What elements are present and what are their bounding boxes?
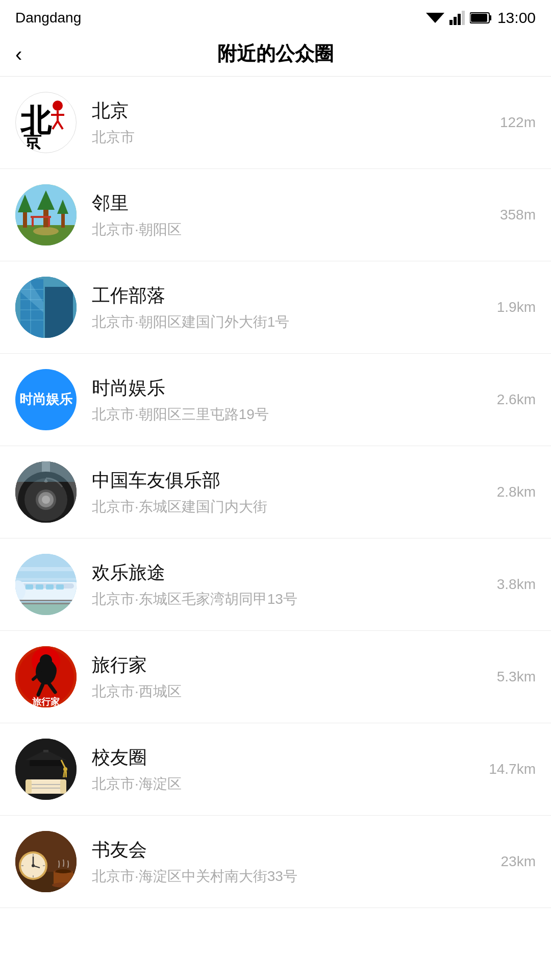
item-info: 时尚娱乐 北京市·朝阳区三里屯路19号: [77, 376, 485, 424]
item-distance: 5.3km: [485, 669, 536, 685]
svg-rect-52: [36, 584, 43, 590]
avatar: [15, 831, 77, 892]
item-info: 中国车友俱乐部 北京市·东城区建国门内大街: [77, 468, 485, 517]
item-name: 校友圈: [92, 745, 485, 770]
status-icons: 13:00: [426, 9, 536, 27]
svg-point-73: [63, 767, 67, 771]
svg-point-88: [32, 864, 35, 867]
item-info: 旅行家 北京市·西城区: [77, 653, 485, 701]
svg-rect-78: [26, 779, 32, 794]
carrier-label: Dangdang: [15, 10, 81, 26]
item-name: 中国车友俱乐部: [92, 468, 485, 493]
traveler-icon: 旅行家: [15, 646, 77, 707]
svg-point-63: [47, 664, 57, 678]
list-item[interactable]: 中国车友俱乐部 北京市·东城区建国门内大街 2.8km: [0, 446, 551, 538]
item-distance: 2.6km: [485, 391, 536, 408]
svg-rect-1: [449, 20, 453, 25]
item-distance: 358m: [485, 207, 536, 223]
svg-point-42: [42, 496, 50, 504]
avatar: [15, 739, 77, 800]
item-distance: 122m: [485, 114, 536, 131]
item-info: 邻里 北京市·朝阳区: [77, 191, 485, 239]
svg-rect-21: [61, 212, 65, 228]
status-bar: Dangdang 13:00: [0, 0, 551, 32]
svg-point-95: [56, 869, 71, 873]
svg-rect-71: [43, 750, 48, 752]
train-icon: [15, 554, 77, 615]
svg-line-76: [65, 771, 65, 777]
building-icon: [15, 277, 77, 338]
item-location: 北京市·海淀区: [92, 774, 485, 794]
header: ‹ 附近的公众圈: [0, 32, 551, 77]
avatar: 旅行家: [15, 646, 77, 707]
svg-rect-3: [458, 14, 461, 25]
item-name: 旅行家: [92, 653, 485, 678]
svg-text:京: 京: [23, 131, 42, 151]
books-icon: [15, 831, 77, 892]
battery-icon: [470, 12, 492, 24]
svg-marker-0: [426, 13, 444, 23]
list-item[interactable]: 书友会 北京市·海淀区中关村南大街33号 23km: [0, 816, 551, 908]
svg-rect-6: [489, 15, 491, 20]
svg-rect-26: [48, 217, 50, 227]
svg-rect-57: [15, 603, 77, 604]
svg-point-23: [33, 227, 59, 235]
item-name: 邻里: [92, 191, 485, 216]
item-name: 时尚娱乐: [92, 376, 485, 401]
list-item[interactable]: 工作部落 北京市·朝阳区建国门外大街1号 1.9km: [0, 261, 551, 354]
svg-rect-51: [26, 584, 33, 590]
avatar: [15, 461, 77, 523]
list-item[interactable]: 旅行家 旅行家 北京市·西城区 5.3km: [0, 631, 551, 723]
item-info: 校友圈 北京市·海淀区: [77, 745, 485, 794]
svg-rect-4: [462, 11, 465, 25]
avatar: 时尚娱乐: [15, 369, 77, 430]
svg-rect-43: [15, 461, 77, 482]
back-button[interactable]: ‹: [15, 44, 22, 64]
park-icon: [15, 184, 77, 246]
svg-rect-69: [30, 760, 62, 766]
list-item[interactable]: 欢乐旅途 北京市·东城区毛家湾胡同甲13号 3.8km: [0, 538, 551, 631]
item-location: 北京市·东城区毛家湾胡同甲13号: [92, 590, 485, 609]
item-location: 北京市·西城区: [92, 682, 485, 701]
svg-line-12: [53, 121, 58, 129]
item-name: 北京: [92, 99, 485, 124]
item-distance: 23km: [485, 853, 536, 870]
item-location: 北京市·朝阳区三里屯路19号: [92, 405, 485, 424]
item-name: 工作部落: [92, 283, 485, 308]
item-distance: 3.8km: [485, 576, 536, 593]
svg-point-96: [52, 883, 74, 888]
item-distance: 14.7km: [485, 761, 536, 777]
item-distance: 1.9km: [485, 299, 536, 315]
svg-rect-25: [32, 217, 34, 227]
avatar: 北 京: [15, 92, 77, 153]
item-location: 北京市·东城区建国门内大街: [92, 497, 485, 517]
svg-rect-17: [23, 210, 27, 228]
avatar: [15, 554, 77, 615]
item-location: 北京市·海淀区中关村南大街33号: [92, 867, 485, 886]
item-location: 北京市: [92, 128, 485, 147]
item-location: 北京市·朝阳区建国门外大街1号: [92, 312, 485, 332]
item-name: 书友会: [92, 838, 485, 863]
svg-rect-53: [46, 584, 54, 590]
item-info: 工作部落 北京市·朝阳区建国门外大街1号: [77, 283, 485, 332]
nearby-circles-list: 北 京 北京 北京市 122m: [0, 77, 551, 908]
car-tire-icon: [15, 461, 77, 523]
item-info: 北京 北京市: [77, 99, 485, 147]
list-item[interactable]: 北 京 北京 北京市 122m: [0, 77, 551, 169]
svg-rect-56: [15, 600, 77, 601]
signal-icon: [449, 11, 465, 25]
list-item[interactable]: 校友圈 北京市·海淀区 14.7km: [0, 723, 551, 816]
beijing-logo-icon: 北 京: [18, 94, 74, 151]
svg-rect-7: [471, 14, 487, 22]
item-info: 欢乐旅途 北京市·东城区毛家湾胡同甲13号: [77, 560, 485, 609]
wifi-icon: [426, 11, 444, 25]
list-item[interactable]: 邻里 北京市·朝阳区 358m: [0, 169, 551, 261]
svg-rect-54: [56, 584, 64, 590]
item-info: 书友会 北京市·海淀区中关村南大街33号: [77, 838, 485, 886]
svg-line-13: [58, 121, 63, 129]
time-label: 13:00: [497, 9, 536, 27]
page-title: 附近的公众圈: [217, 41, 334, 67]
item-name: 欢乐旅途: [92, 560, 485, 585]
item-distance: 2.8km: [485, 484, 536, 500]
list-item[interactable]: 时尚娱乐 时尚娱乐 北京市·朝阳区三里屯路19号 2.6km: [0, 354, 551, 446]
